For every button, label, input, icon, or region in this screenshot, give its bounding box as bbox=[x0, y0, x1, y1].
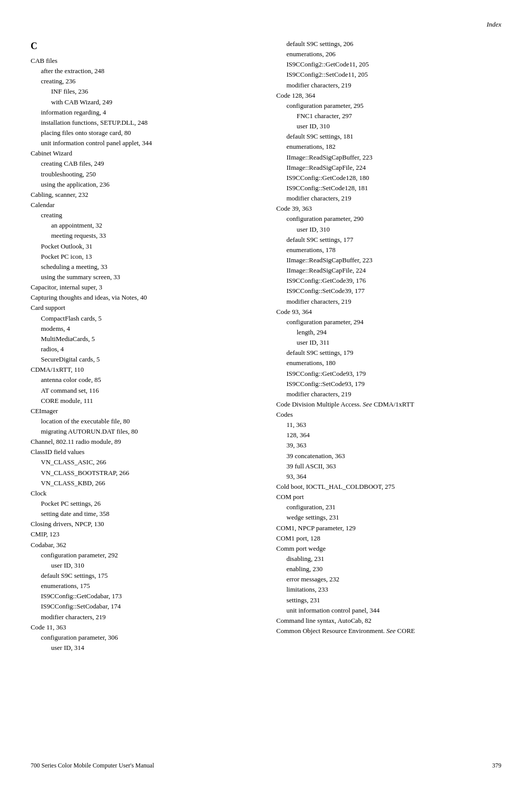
list-item: IS9CConfig::GetCode128, 180 bbox=[276, 173, 502, 183]
list-item: setting date and time, 358 bbox=[31, 509, 256, 519]
list-item: settings, 231 bbox=[276, 595, 502, 605]
list-item: Channel, 802.11 radio module, 89 bbox=[31, 437, 256, 447]
list-item: meeting requests, 33 bbox=[31, 231, 256, 241]
list-item: Cabling, scanner, 232 bbox=[31, 190, 256, 200]
list-item: Calendar bbox=[31, 200, 256, 210]
list-item: Pocket Outlook, 31 bbox=[31, 241, 256, 252]
list-item: INF files, 236 bbox=[31, 86, 256, 97]
list-item: unit information control panel applet, 3… bbox=[31, 138, 256, 148]
list-item: length, 294 bbox=[276, 327, 502, 337]
list-item: unit information control panel, 344 bbox=[276, 605, 502, 616]
list-item: CEImager bbox=[31, 406, 256, 416]
left-entries: CAB filesafter the extraction, 248creati… bbox=[31, 56, 256, 653]
list-item: modifier characters, 219 bbox=[276, 297, 502, 307]
section-letter-c: C bbox=[31, 41, 256, 52]
list-item: scheduling a meeting, 33 bbox=[31, 262, 256, 272]
page-header: Index bbox=[31, 20, 501, 29]
list-item: wedge settings, 231 bbox=[276, 512, 502, 523]
list-item: Codes bbox=[276, 410, 502, 420]
list-item: configuration parameter, 290 bbox=[276, 214, 502, 224]
list-item: COM port bbox=[276, 492, 502, 502]
list-item: IImage::ReadSigCapBuffer, 223 bbox=[276, 255, 502, 265]
list-item: user ID, 311 bbox=[276, 337, 502, 348]
list-item: creating bbox=[31, 210, 256, 220]
list-item: IS9CConfig::GetCode93, 179 bbox=[276, 369, 502, 379]
list-item: user ID, 310 bbox=[276, 224, 502, 235]
list-item: CDMA/1xRTT, 110 bbox=[31, 365, 256, 375]
list-item: information regarding, 4 bbox=[31, 107, 256, 118]
list-item: error messages, 232 bbox=[276, 574, 502, 584]
list-item: Comm port wedge bbox=[276, 544, 502, 554]
list-item: enumerations, 175 bbox=[31, 581, 256, 591]
list-item: Code 93, 364 bbox=[276, 307, 502, 317]
list-item: VN_CLASS_BOOTSTRAP, 266 bbox=[31, 468, 256, 478]
right-entries: default S9C settings, 206enumerations, 2… bbox=[276, 39, 502, 636]
list-item: configuration parameter, 295 bbox=[276, 101, 502, 111]
list-item: CAB files bbox=[31, 56, 256, 66]
list-item: Code 128, 364 bbox=[276, 91, 502, 101]
list-item: disabling, 231 bbox=[276, 554, 502, 564]
list-item: Clock bbox=[31, 488, 256, 499]
list-item: configuration parameter, 292 bbox=[31, 550, 256, 560]
list-item: COM1, NPCP parameter, 129 bbox=[276, 523, 502, 533]
list-item: default S9C settings, 177 bbox=[276, 235, 502, 245]
list-item: IS9CConfig::SetCode128, 181 bbox=[276, 183, 502, 193]
list-item: default S9C settings, 181 bbox=[276, 131, 502, 142]
list-item: radios, 4 bbox=[31, 344, 256, 354]
list-item: enumerations, 182 bbox=[276, 142, 502, 152]
list-item: user ID, 310 bbox=[31, 560, 256, 571]
list-item: 11, 363 bbox=[276, 420, 502, 430]
header-title: Index bbox=[487, 20, 501, 29]
list-item: enumerations, 180 bbox=[276, 358, 502, 368]
list-item: using the summary screen, 33 bbox=[31, 272, 256, 282]
list-item: CORE module, 111 bbox=[31, 396, 256, 406]
list-item: Codabar, 362 bbox=[31, 540, 256, 550]
list-item: IImage::ReadSigCapFile, 224 bbox=[276, 265, 502, 276]
list-item: Cabinet Wizard bbox=[31, 148, 256, 159]
list-item: configuration parameter, 294 bbox=[276, 317, 502, 327]
list-item: location of the executable file, 80 bbox=[31, 416, 256, 426]
list-item: Pocket PC icon, 13 bbox=[31, 252, 256, 262]
footer-right: 379 bbox=[492, 762, 501, 770]
page: Index C CAB filesafter the extraction, 2… bbox=[0, 0, 532, 790]
list-item: default S9C settings, 206 bbox=[276, 39, 502, 49]
list-item: Card support bbox=[31, 303, 256, 313]
list-item: after the extraction, 248 bbox=[31, 66, 256, 76]
list-item: using the application, 236 bbox=[31, 179, 256, 190]
list-item: Capturing thoughts and ideas, via Notes,… bbox=[31, 292, 256, 303]
list-item: IS9CConfig::GetCodabar, 173 bbox=[31, 591, 256, 601]
list-item: Code 11, 363 bbox=[31, 622, 256, 633]
list-item: 93, 364 bbox=[276, 471, 502, 482]
list-item: VN_CLASS_KBD, 266 bbox=[31, 478, 256, 488]
list-item: IS9CConfig2::GetCode11, 205 bbox=[276, 59, 502, 70]
list-item: Pocket PC settings, 26 bbox=[31, 499, 256, 509]
list-item: IS9CConfig::SetCode39, 177 bbox=[276, 286, 502, 296]
list-item: ClassID field values bbox=[31, 447, 256, 457]
list-item: configuration, 231 bbox=[276, 502, 502, 512]
list-item: IS9CConfig::SetCodabar, 174 bbox=[31, 601, 256, 612]
list-item: IS9CConfig::SetCode93, 179 bbox=[276, 379, 502, 389]
list-item: modems, 4 bbox=[31, 324, 256, 334]
list-item: enabling, 230 bbox=[276, 564, 502, 574]
list-item: creating CAB files, 249 bbox=[31, 159, 256, 169]
list-item: MultiMediaCards, 5 bbox=[31, 334, 256, 344]
list-item: user ID, 314 bbox=[31, 643, 256, 653]
list-item: Cold boot, IOCTL_HAL_COLDBOOT, 275 bbox=[276, 482, 502, 492]
list-item: 39 concatenation, 363 bbox=[276, 451, 502, 461]
list-item: modifier characters, 219 bbox=[276, 80, 502, 91]
list-item: troubleshooting, 250 bbox=[31, 169, 256, 179]
list-item: Common Object Resource Environment. See … bbox=[276, 626, 502, 636]
right-column: default S9C settings, 206enumerations, 2… bbox=[276, 39, 502, 653]
list-item: modifier characters, 219 bbox=[31, 612, 256, 622]
list-item: migrating AUTORUN.DAT files, 80 bbox=[31, 426, 256, 437]
list-item: Closing drivers, NPCP, 130 bbox=[31, 519, 256, 529]
list-item: IImage::ReadSigCapBuffer, 223 bbox=[276, 152, 502, 163]
list-item: modifier characters, 219 bbox=[276, 389, 502, 399]
list-item: limitations, 233 bbox=[276, 584, 502, 595]
list-item: FNC1 character, 297 bbox=[276, 111, 502, 121]
list-item: default S9C settings, 175 bbox=[31, 571, 256, 581]
list-item: default S9C settings, 179 bbox=[276, 348, 502, 358]
list-item: Capacitor, internal super, 3 bbox=[31, 282, 256, 292]
list-item: configuration parameter, 306 bbox=[31, 633, 256, 643]
list-item: IImage::ReadSigCapFile, 224 bbox=[276, 163, 502, 173]
